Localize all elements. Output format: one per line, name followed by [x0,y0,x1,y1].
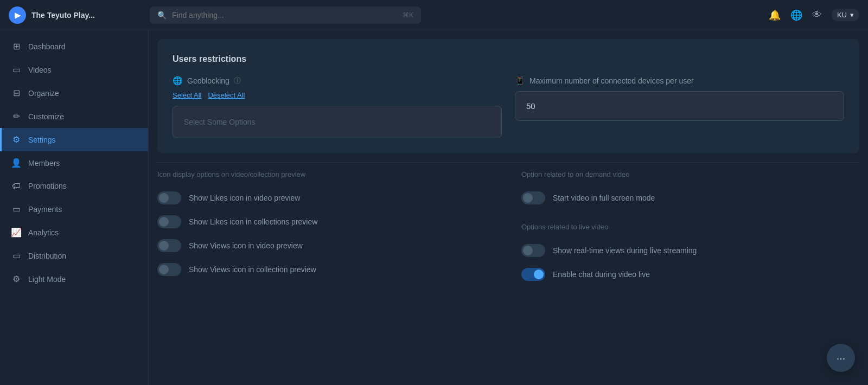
geo-placeholder: Select Some Options [184,118,256,126]
deselect-all-link[interactable]: Deselect All [208,91,245,99]
notification-icon[interactable]: 🔔 [769,9,781,21]
eye-icon[interactable]: 👁 [812,9,822,21]
toggle-realtime-views[interactable] [521,244,545,257]
toggle-likes-video[interactable] [157,191,181,204]
options-col-left: Icon display options on video/collection… [157,163,508,286]
option-label-realtime-views: Show real-time views during live streami… [553,246,697,255]
videos-icon: ▭ [11,65,22,75]
sidebar-item-label: Settings [28,136,56,144]
sidebar-item-label: Videos [28,66,52,74]
sidebar-item-organize[interactable]: ⊟ Organize [0,81,148,105]
promotions-icon: 🏷 [11,181,22,191]
topbar: ▶ The Teyuto Play... 🔍 ⌘K 🔔 🌐 👁 KU ▾ [0,0,868,30]
logo-text: The Teyuto Play... [31,11,95,20]
sidebar-item-customize[interactable]: ✏ Customize [0,105,148,128]
options-col-right: Option related to on demand video Start … [508,163,859,286]
analytics-icon: 📈 [11,227,22,238]
toggle-views-collection-slider [157,263,181,276]
options-grid: Icon display options on video/collection… [157,163,859,286]
search-kbd: ⌘K [403,11,413,19]
sidebar-item-settings[interactable]: ⚙ Settings [0,128,148,151]
toggle-likes-video-slider [157,191,181,204]
option-row-likes-collections: Show Likes icon in collections preview [157,210,508,234]
sidebar-item-label: Light Mode [28,275,66,284]
customize-icon: ✏ [11,111,22,121]
toggle-realtime-views-slider [521,244,545,257]
settings-icon: ⚙ [11,134,22,145]
sidebar-item-dashboard[interactable]: ⊞ Dashboard [0,35,148,58]
topbar-actions: 🔔 🌐 👁 KU ▾ [769,9,859,21]
toggle-enable-chat[interactable] [521,268,545,281]
option-label-likes-collections: Show Likes icon in collections preview [189,217,317,226]
distribution-icon: ▭ [11,251,22,261]
toggle-views-collection[interactable] [157,263,181,276]
toggle-views-video-slider [157,239,181,252]
max-devices-label: Maximum number of connected devices per … [529,76,694,85]
geo-info-icon: ⓘ [234,76,241,86]
geo-select-dropdown[interactable]: Select Some Options [173,106,502,138]
max-devices-header: 📱 Maximum number of connected devices pe… [515,76,844,86]
globe-icon[interactable]: 🌐 [790,9,802,21]
main-layout: ⊞ Dashboard ▭ Videos ⊟ Organize ✏ Custom… [0,30,868,385]
sidebar-item-members[interactable]: 👤 Members [0,151,148,175]
chat-bubble[interactable]: ··· [827,344,855,372]
option-row-enable-chat: Enable chat during video live [521,262,859,286]
sidebar-item-payments[interactable]: ▭ Payments [0,197,148,221]
sidebar-item-distribution[interactable]: ▭ Distribution [0,244,148,267]
right-col-title-demand: Option related to on demand video [521,163,859,184]
option-label-likes-video: Show Likes icon in video preview [189,194,300,202]
option-row-realtime-views: Show real-time views during live streami… [521,239,859,262]
sidebar: ⊞ Dashboard ▭ Videos ⊟ Organize ✏ Custom… [0,30,149,385]
toggle-likes-collections-slider [157,215,181,228]
restrictions-title: Users restrictions [173,54,844,64]
select-all-link[interactable]: Select All [173,91,201,99]
sidebar-item-label: Dashboard [28,42,66,51]
toggle-likes-collections[interactable] [157,215,181,228]
geo-header: 🌐 Geoblocking ⓘ [173,76,502,86]
option-row-views-collection: Show Views icon in collection preview [157,258,508,281]
user-menu[interactable]: KU ▾ [832,9,859,21]
option-row-likes-video: Show Likes icon in video preview [157,186,508,210]
sidebar-item-promotions[interactable]: 🏷 Promotions [0,175,148,197]
sidebar-item-label: Members [28,159,60,168]
geo-links: Select All Deselect All [173,91,502,99]
restrictions-card: Users restrictions 🌐 Geoblocking ⓘ Selec… [157,39,859,153]
option-row-views-video: Show Views icon in video preview [157,234,508,258]
restrictions-grid: 🌐 Geoblocking ⓘ Select All Deselect All … [173,76,844,138]
logo-icon: ▶ [9,7,26,24]
topbar-search-bar[interactable]: 🔍 ⌘K [150,7,421,24]
option-label-enable-chat: Enable chat during video live [553,270,650,279]
payments-icon: ▭ [11,204,22,214]
globe-geo-icon: 🌐 [173,76,183,86]
sidebar-item-label: Promotions [28,182,67,190]
members-icon: 👤 [11,158,22,168]
right-col-title-live: Options related to live video [521,215,859,236]
sidebar-item-label: Distribution [28,252,66,260]
sidebar-item-label: Payments [28,205,62,214]
chevron-down-icon: ▾ [850,11,854,19]
topbar-logo: ▶ The Teyuto Play... [9,7,150,24]
main-content: Users restrictions 🌐 Geoblocking ⓘ Selec… [149,30,868,385]
option-row-fullscreen: Start video in full screen mode [521,186,859,210]
toggle-enable-chat-slider [521,268,545,281]
geoblocking-section: 🌐 Geoblocking ⓘ Select All Deselect All … [173,76,502,138]
sidebar-item-lightmode[interactable]: ⚙ Light Mode [0,267,148,291]
search-input[interactable] [172,11,397,20]
user-initials: KU [837,11,847,19]
sidebar-item-label: Customize [28,112,64,121]
icon-options-section: Icon display options on video/collection… [157,163,859,286]
sidebar-item-label: Analytics [28,228,59,237]
toggle-views-video[interactable] [157,239,181,252]
max-devices-input[interactable] [515,91,844,121]
search-icon: 🔍 [157,11,167,20]
sidebar-item-videos[interactable]: ▭ Videos [0,58,148,81]
geo-label: Geoblocking [187,76,229,85]
mobile-icon: 📱 [515,76,525,86]
sidebar-item-analytics[interactable]: 📈 Analytics [0,221,148,244]
sidebar-item-label: Organize [28,89,59,98]
option-label-views-video: Show Views icon in video preview [189,241,303,250]
chat-bubble-icon: ··· [837,352,846,364]
option-label-views-collection: Show Views icon in collection preview [189,265,316,274]
toggle-fullscreen[interactable] [521,191,545,204]
option-label-fullscreen: Start video in full screen mode [553,194,655,202]
